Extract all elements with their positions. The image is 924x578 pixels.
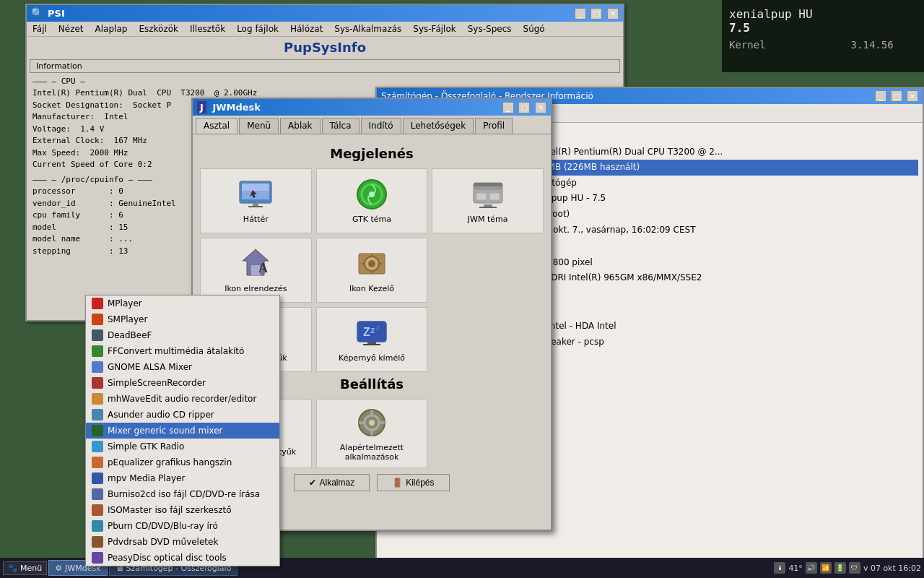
svg-rect-33 <box>363 344 380 345</box>
psi-titlebar: 🔍 PSI _ □ ✕ <box>27 5 623 22</box>
menu-item-alsaMixer[interactable]: GNOME ALSA Mixer <box>86 359 279 375</box>
psi-menu-sysalk[interactable]: Sys-Alkalmazás <box>331 23 404 35</box>
menu-item-asunder[interactable]: Asunder audio CD ripper <box>86 407 279 423</box>
psi-menu-eszkozok[interactable]: Eszközök <box>136 23 181 35</box>
exit-icon: 🚪 <box>392 478 403 488</box>
tree-val-datetime: 2018. okt. 7., vasárnap, 16:02:09 CEST <box>526 223 918 238</box>
menu-item-peasydisc[interactable]: PeasyDisc optical disc tools <box>86 550 279 566</box>
psi-close-btn[interactable]: ✕ <box>607 8 619 20</box>
menu-item-mplayer[interactable]: MPlayer <box>86 296 279 311</box>
menu-item-mpv[interactable]: mpv Media Player <box>86 470 279 486</box>
psi-menu-halozat[interactable]: Hálózat <box>287 23 326 35</box>
icon-cell-hatter[interactable]: Háttér <box>200 168 312 233</box>
jwm-close-btn[interactable]: ✕ <box>535 102 546 113</box>
psi-minimize-btn[interactable]: _ <box>575 8 586 20</box>
sound-icon[interactable]: 🔊 <box>806 562 817 574</box>
screenrecorder-label: SimpleScreenRecorder <box>108 378 206 388</box>
tree-val-resolution: 924x578 pixel <box>526 255 918 271</box>
tab-asztal[interactable]: Asztal <box>196 118 237 134</box>
mplayer-label: MPlayer <box>108 298 142 309</box>
tab-lehetosegek[interactable]: Lehetőségek <box>403 118 474 134</box>
jwm-maximize-btn[interactable]: □ <box>518 102 530 113</box>
ffconvert-icon <box>92 345 103 357</box>
tab-talca[interactable]: Tálca <box>322 118 359 134</box>
svg-point-45 <box>369 420 375 426</box>
icon-cell-defaults[interactable]: Alapértelmezett alkalmazások <box>316 399 428 468</box>
alsamixer-label: GNOME ALSA Mixer <box>108 362 192 372</box>
temp-icon: 🌡 <box>774 562 785 574</box>
jwm-minimize-btn[interactable]: _ <box>502 102 514 113</box>
alsa-icon <box>92 361 103 373</box>
icon-cell-manager[interactable]: Ikon Kezelő <box>316 238 428 303</box>
deadbeef-icon <box>92 329 103 341</box>
psi-icon: 🔍 <box>31 7 43 19</box>
sysinfo-close-btn[interactable]: ✕ <box>907 90 918 102</box>
mpv-icon <box>92 473 103 484</box>
menu-item-isomaster[interactable]: ISOMaster iso fájl szerkesztő <box>86 502 279 518</box>
psi-menu-nezet[interactable]: Nézet <box>56 23 87 35</box>
asunder-icon <box>92 409 103 420</box>
menu-item-burniso2cd[interactable]: Burniso2cd iso fájl CD/DVD-re írása <box>86 486 279 502</box>
psi-title-text: PSI <box>48 8 65 19</box>
psi-menubar: Fájl Nézet Alaplap Eszközök Illesztők Lo… <box>27 22 623 37</box>
tab-profil[interactable]: Profil <box>475 118 513 134</box>
psi-menu-alaplap[interactable]: Alaplap <box>92 23 131 35</box>
psi-maximize-btn[interactable]: □ <box>590 8 602 20</box>
sysinfo-minimize-btn[interactable]: _ <box>875 90 886 102</box>
manager-label: Ikon Kezelő <box>349 284 394 293</box>
menu-item-smplayer[interactable]: SMPlayer <box>86 311 279 327</box>
psi-menu-log[interactable]: Log fájlok <box>234 23 282 35</box>
psi-menu-sysfajl[interactable]: Sys-Fájlok <box>410 23 458 35</box>
menu-item-mhwaveedit[interactable]: mhWaveEdit audio recorder/editor <box>86 391 279 407</box>
os-label: xenialpup HU 7.5 <box>729 7 917 35</box>
kernel-label: Kernel <box>729 39 766 51</box>
menu-item-simplescreenrecorder[interactable]: SimpleScreenRecorder <box>86 375 279 391</box>
tab-ablak[interactable]: Ablak <box>280 118 320 134</box>
tab-menu[interactable]: Menü <box>239 118 279 134</box>
menu-item-radio[interactable]: Simple GTK Radio <box>86 439 279 454</box>
peasydisc-icon <box>92 552 103 564</box>
svg-rect-5 <box>248 206 263 207</box>
jwm-title-left: J JWMdesk <box>197 102 261 113</box>
smplayer-label: SMPlayer <box>108 314 147 324</box>
desktop: xenialpup HU 7.5 Kernel 3.14.56 🔍 PSI _ … <box>0 0 924 578</box>
system-info-corner: xenialpup HU 7.5 Kernel 3.14.56 <box>722 0 924 72</box>
start-button[interactable]: 🐾 Menü <box>3 561 47 575</box>
psi-proc-section-label: — /proc/cpuinfo — <box>52 175 134 184</box>
tree-val-machine-type: Számítógép <box>526 176 918 191</box>
icon-cell-screensaver[interactable]: Z z z Képernyő kímélő <box>316 307 428 372</box>
menu-item-ffconvert[interactable]: FFConvert multimédia átalakító <box>86 343 279 359</box>
tab-indito[interactable]: Indító <box>361 118 401 134</box>
icon-cell-gtk[interactable]: GTK téma <box>316 168 428 233</box>
battery-icon[interactable]: 🔋 <box>834 562 846 574</box>
menu-item-deadbeef[interactable]: DeadBeeF <box>86 327 279 343</box>
psi-menu-fajl[interactable]: Fájl <box>30 23 50 35</box>
check-icon: ✔ <box>309 478 316 488</box>
psi-menu-sugo[interactable]: Súgó <box>520 23 548 35</box>
psi-menu-illesztok[interactable]: Illesztők <box>187 23 228 35</box>
jwmtheme-label: JWM téma <box>468 215 508 224</box>
menu-item-pequalizer[interactable]: pEqualizer grafikus hangszin <box>86 454 279 470</box>
pburn-label: Pburn CD/DVD/Blu-ray író <box>108 521 218 531</box>
menu-item-mixer[interactable]: Mixer generic sound mixer <box>86 423 279 439</box>
mplayer-icon <box>92 298 103 309</box>
menu-item-pdvdrsab[interactable]: Pdvdrsab DVD műveletek <box>86 534 279 550</box>
shield-icon: 🛡 <box>849 562 860 574</box>
pdvdrsab-icon <box>92 536 103 548</box>
network-icon[interactable]: 📶 <box>820 562 832 574</box>
sysinfo-maximize-btn[interactable]: □ <box>891 90 902 102</box>
screensaver-label: Képernyő kímélő <box>339 353 405 363</box>
jwm-win-controls: _ □ ✕ <box>501 101 546 113</box>
pdvdrsab-label: Pdvdrsab DVD műveletek <box>108 537 218 547</box>
menu-item-pburn[interactable]: Pburn CD/DVD/Blu-ray író <box>86 518 279 534</box>
svg-text:A: A <box>258 261 268 275</box>
os-version: 7.5 <box>729 21 750 35</box>
apply-button[interactable]: ✔ Alkalmaz <box>294 474 370 491</box>
psi-info-text: Information <box>36 61 82 71</box>
icon-cell-jwm[interactable]: JWM téma <box>432 168 544 233</box>
exit-button[interactable]: 🚪 Kilépés <box>377 474 449 491</box>
jwm-titlebar: J JWMdesk _ □ ✕ <box>193 99 551 116</box>
mixer-icon <box>92 425 103 436</box>
psi-menu-sysspec[interactable]: Sys-Specs <box>465 23 515 35</box>
icon-cell-arrangement[interactable]: A Ikon elrendezés <box>200 238 312 303</box>
